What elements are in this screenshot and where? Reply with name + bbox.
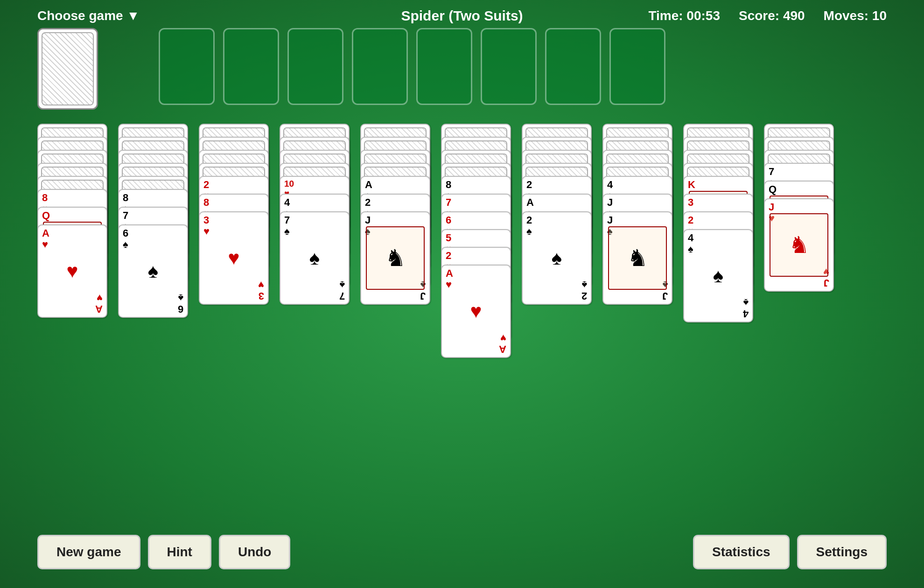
foundation-slot-3 — [287, 28, 343, 105]
column-6: 2 ♠2 ♠♠A ♠A ♠♠2 ♠2 ♠♠ — [522, 124, 594, 322]
card-faceup[interactable]: A ♥A ♥♥ — [37, 224, 107, 318]
card-faceup[interactable]: 6 ♠6 ♠♠ — [118, 224, 188, 318]
card-faceup[interactable]: 7 ♠7 ♠♠ — [280, 211, 350, 305]
moves-stat: Moves: 10 — [824, 8, 887, 23]
column-3: 10 ♥10 ♥♥4 ♠4 ♠♠7 ♠7 ♠♠ — [280, 124, 352, 322]
tableau: 8 ♥8 ♥♥Q ♥Q ♥♛A ♥A ♥♥8 ♠8 ♠♠7 ♠7 ♠♠6 ♠6 … — [37, 124, 836, 376]
foundation-slot-8 — [609, 28, 665, 105]
card-faceup[interactable]: J ♠J ♠♞ — [360, 211, 430, 305]
header: Choose game ▼ Spider (Two Suits) Time: 0… — [0, 8, 924, 23]
column-9: 7 ♠7 ♠♠Q ♠Q ♠♛J ♥J ♥♞ — [764, 124, 836, 309]
column-1: 8 ♠8 ♠♠7 ♠7 ♠♠6 ♠6 ♠♠ — [118, 124, 190, 336]
card-faceup[interactable]: A ♥A ♥♥ — [441, 265, 511, 358]
stock-pile[interactable] — [37, 28, 98, 110]
settings-button[interactable]: Settings — [797, 535, 887, 569]
column-0: 8 ♥8 ♥♥Q ♥Q ♥♛A ♥A ♥♥ — [37, 124, 110, 336]
left-buttons: New game Hint Undo — [37, 535, 290, 569]
undo-button[interactable]: Undo — [219, 535, 291, 569]
column-7: 4 ♠4 ♠♠J ♠J ♠♠J ♠J ♠♞ — [602, 124, 675, 322]
choose-game-button[interactable]: Choose game ▼ — [37, 8, 140, 23]
score-stat: Score: 490 — [739, 8, 805, 23]
hint-button[interactable]: Hint — [148, 535, 211, 569]
foundation-slot-1 — [159, 28, 215, 105]
column-4: A ♠A ♠♠2 ♠2 ♠♠J ♠J ♠♞ — [360, 124, 433, 322]
foundation-slot-4 — [352, 28, 408, 105]
time-stat: Time: 00:53 — [648, 8, 720, 23]
card-faceup[interactable]: J ♠J ♠♞ — [602, 211, 672, 305]
foundation-slot-5 — [416, 28, 472, 105]
foundation-slot-6 — [481, 28, 537, 105]
game-title: Spider (Two Suits) — [401, 8, 523, 24]
column-2: 2 ♥2 ♥♥8 ♥8 ♥♥3 ♥3 ♥♥ — [199, 124, 271, 322]
bottom-bar: New game Hint Undo Statistics Settings — [37, 535, 887, 569]
card-faceup[interactable]: 3 ♥3 ♥♥ — [199, 211, 269, 305]
game-stats: Time: 00:53 Score: 490 Moves: 10 — [648, 8, 887, 23]
statistics-button[interactable]: Statistics — [693, 535, 790, 569]
column-8: K ♥K ♥♚3 ♥3 ♥♥2 ♥2 ♥♥4 ♠4 ♠♠ — [683, 124, 756, 340]
foundation-slot-2 — [223, 28, 279, 105]
foundation-slot-7 — [545, 28, 601, 105]
column-5: 8 ♠8 ♠♠7 ♥7 ♥♥6 ♥6 ♥♥5 ♥5 ♥♥2 ♥2 ♥♥A ♥A … — [441, 124, 513, 376]
foundation-area — [159, 28, 665, 105]
card-faceup[interactable]: 4 ♠4 ♠♠ — [683, 229, 753, 322]
card-faceup[interactable]: J ♥J ♥♞ — [764, 198, 834, 292]
right-buttons: Statistics Settings — [693, 535, 887, 569]
card-faceup[interactable]: 2 ♠2 ♠♠ — [522, 211, 592, 305]
new-game-button[interactable]: New game — [37, 535, 140, 569]
